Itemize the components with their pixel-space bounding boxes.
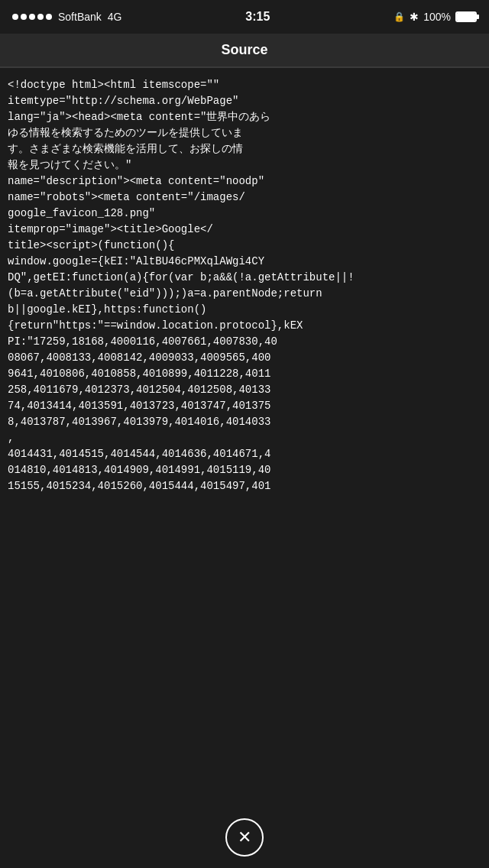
lock-icon: 🔒 — [393, 11, 405, 22]
battery-fill — [457, 13, 475, 21]
battery-icon — [455, 11, 477, 22]
signal-dot-3 — [29, 14, 35, 20]
status-time: 3:15 — [245, 10, 270, 24]
signal-dot-5 — [46, 14, 52, 20]
status-right: 🔒 ✱ 100% — [393, 11, 477, 23]
bluetooth-icon: ✱ — [410, 11, 419, 23]
signal-strength — [12, 14, 52, 20]
nav-bar: Source — [0, 34, 489, 67]
carrier-name: SoftBank — [58, 11, 102, 23]
status-bar: SoftBank 4G 3:15 🔒 ✱ 100% — [0, 0, 489, 34]
battery-percent: 100% — [423, 11, 451, 23]
signal-dot-4 — [37, 14, 44, 20]
source-text: <!doctype html><html itemscope="" itemty… — [8, 77, 481, 494]
bottom-bar: ✕ — [0, 807, 489, 868]
page-title: Source — [221, 42, 267, 58]
close-icon: ✕ — [238, 829, 251, 846]
close-button[interactable]: ✕ — [225, 818, 264, 857]
signal-dot-1 — [12, 14, 18, 20]
source-content-area: <!doctype html><html itemscope="" itemty… — [0, 68, 489, 807]
signal-dot-2 — [21, 14, 27, 20]
status-left: SoftBank 4G — [12, 11, 122, 23]
network-type: 4G — [108, 11, 122, 23]
